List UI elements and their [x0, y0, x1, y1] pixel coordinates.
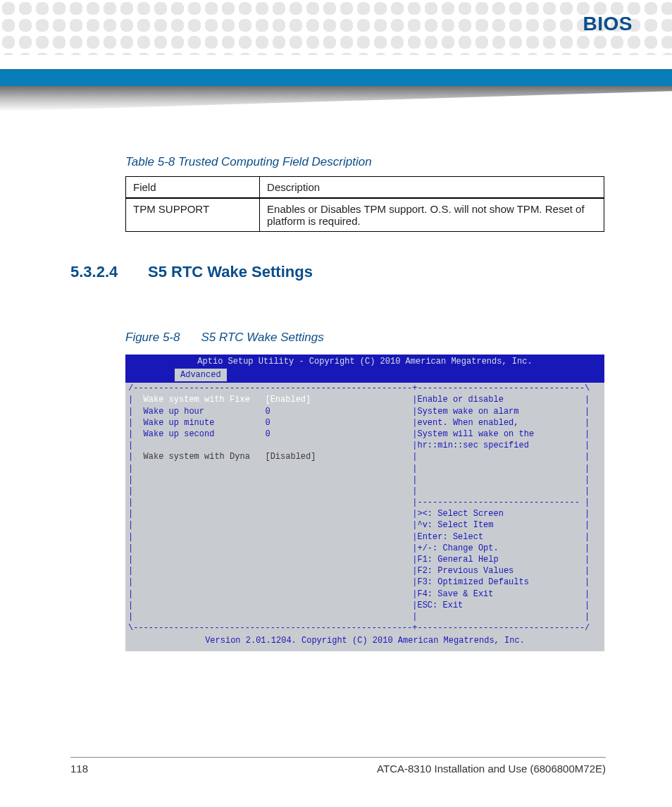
doc-title: ATCA-8310 Installation and Use (6806800M… [377, 763, 606, 775]
header-blue-bar [0, 69, 672, 86]
section-title: S5 RTC Wake Settings [148, 263, 313, 281]
page-header-title: BIOS [583, 13, 633, 35]
header-pattern [0, 0, 672, 55]
bios-tab-advanced: Advanced [175, 369, 227, 381]
table-caption: Table 5-8 Trusted Computing Field Descri… [125, 155, 606, 169]
bios-top-bar: Aptio Setup Utility - Copyright (C) 2010… [125, 355, 604, 369]
bios-tab-bar: Advanced [125, 369, 604, 383]
footer-rule [70, 757, 606, 758]
table-cell-description: Enables or Disables TPM support. O.S. wi… [260, 198, 604, 232]
page-footer: 118 ATCA-8310 Installation and Use (6806… [70, 763, 606, 775]
table-header-description: Description [260, 177, 604, 199]
figure-number: Figure 5-8 [125, 331, 180, 345]
section-heading: 5.3.2.4S5 RTC Wake Settings [70, 263, 606, 281]
figure-title: S5 RTC Wake Settings [201, 331, 323, 344]
bios-body: /---------------------------------------… [125, 383, 604, 634]
table-cell-field: TPM SUPPORT [126, 198, 260, 232]
page-number: 118 [70, 763, 88, 775]
figure-caption: Figure 5-8S5 RTC Wake Settings [125, 331, 606, 345]
table-row: TPM SUPPORT Enables or Disables TPM supp… [126, 198, 604, 232]
trusted-computing-table: Field Description TPM SUPPORT Enables or… [125, 176, 604, 232]
bios-footer: Version 2.01.1204. Copyright (C) 2010 Am… [125, 634, 604, 651]
table-header-field: Field [126, 177, 260, 199]
header-wedge [0, 86, 672, 111]
section-number: 5.3.2.4 [70, 263, 148, 281]
bios-screenshot: Aptio Setup Utility - Copyright (C) 2010… [125, 355, 604, 651]
